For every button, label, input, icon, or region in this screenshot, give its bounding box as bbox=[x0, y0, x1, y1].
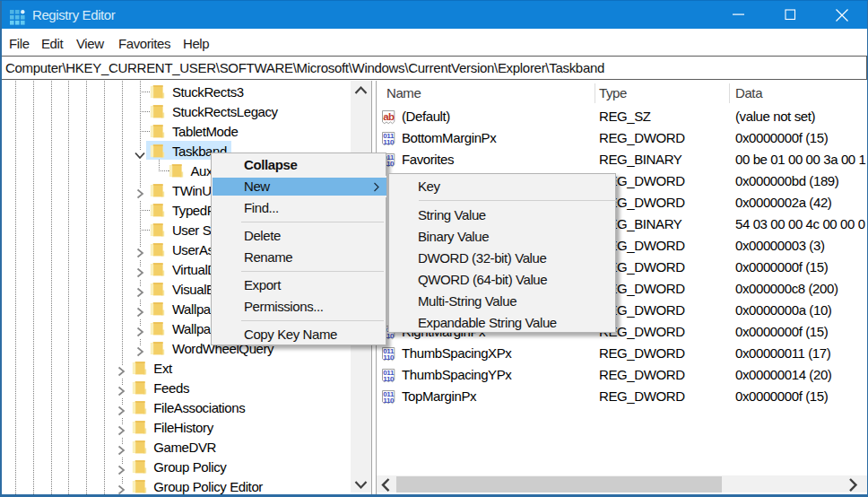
svg-text:110: 110 bbox=[383, 137, 395, 145]
svg-text:110: 110 bbox=[383, 374, 395, 382]
svg-text:110: 110 bbox=[383, 353, 395, 361]
svg-text:110: 110 bbox=[383, 396, 395, 404]
svg-text:ab: ab bbox=[383, 111, 395, 122]
